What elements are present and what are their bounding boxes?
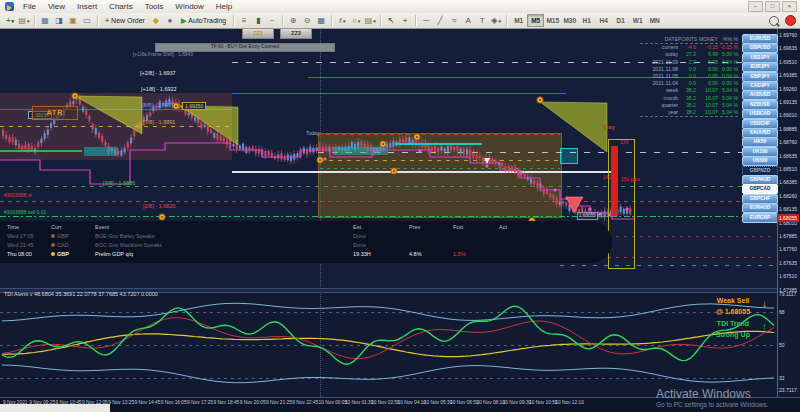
menu-insert[interactable]: Insert [71,2,103,11]
terminal-icon[interactable]: ▭ [81,15,93,27]
menu-window[interactable]: Window [169,2,209,11]
text-icon[interactable]: T [476,15,488,27]
time-axis-label: 9 Nov 22:45 [292,400,318,405]
symbol-button-hk50[interactable]: HK50 [742,137,778,147]
zz3-button[interactable]: ZZ3 [280,28,312,39]
symbol-button-eurgbp[interactable]: EURGBP [742,213,778,223]
indicators-icon[interactable]: f▾ [336,15,348,27]
murrey-level-label: [8/8] - 1.6907 [142,102,174,108]
app-icon [5,2,14,11]
price-axis-label: 1.67635 [779,260,797,266]
symbol-button-eurjpy[interactable]: EURJPY [742,62,778,72]
current-price-tag: 1.68055 [777,214,799,222]
restore-icon[interactable]: □ [765,1,780,12]
line-chart-icon[interactable]: ~ [266,15,278,27]
toolbar-separator [331,15,332,26]
text-label-icon[interactable]: A [462,15,474,27]
price-axis-label: 1.69385 [779,72,797,78]
stats-row: 2021.11.092.90.080.04% [640,59,738,66]
toolbar-separator [282,15,283,26]
data-window-icon[interactable]: ◨ [53,15,65,27]
symbol-button-audusd[interactable]: AUDUSD [742,90,778,100]
tdi-indicator-canvas [0,291,777,397]
symbol-button-gbpusd[interactable]: GBPUSD [742,43,778,53]
time-axis-label: 9 Nov 18:45 [213,400,239,405]
day-label: Day [604,124,615,130]
candlestick-chart-icon[interactable]: ▮ [252,15,264,27]
shapes-icon[interactable]: ◈▾ [490,15,502,27]
price-axis-label: 1.68635 [779,153,797,159]
trend-arrow-icon: ↑ [762,321,767,332]
time-axis-label: 10 Nov 01:30 [345,400,374,405]
stop-loss-label[interactable]: #3003688 sl [4,192,31,198]
timeframe-button-d1[interactable]: D1 [612,14,629,27]
menu-charts[interactable]: Charts [103,2,139,11]
time-axis-label: 9 Nov 20:05 [240,400,266,405]
zoom-in-icon[interactable]: ⊕ [287,15,299,27]
zz2-button[interactable]: ZZ2 [242,28,274,39]
time-axis-label: 9 Nov 14:45 [135,400,161,405]
timeframe-button-h1[interactable]: H1 [578,14,595,27]
murrey-level-label: [2/8] - 1.6820 [143,203,175,209]
sell-arrow-icon: ↓ [762,298,767,309]
timeframe-button-m1[interactable]: M1 [510,14,527,27]
price-axis-label: 1.68510 [779,166,797,172]
timeframe-button-m30[interactable]: M30 [561,14,578,27]
taskbar-fragment [0,404,110,412]
autotrading-button[interactable]: ▶AutoTrading [178,15,229,27]
stats-row: 2021.11.050.00.000.00% [640,73,738,80]
toolbar-separator [415,15,416,26]
trendline-icon[interactable]: ╱ [434,15,446,27]
metaeditor-icon[interactable]: ◆ [150,15,162,27]
horizontal-line-icon[interactable]: ─ [420,15,432,27]
symbol-button-gbpcad[interactable]: GBPCAD [742,184,778,194]
navigator-icon[interactable]: ▣ [67,15,79,27]
time-axis-label: 10 Nov 09:30 [503,400,532,405]
symbol-button-usdcad[interactable]: USDCAD [742,109,778,119]
profiles-icon[interactable]: ▤▾ [18,15,30,27]
expert-advisors-icon[interactable]: ● [164,15,176,27]
sell-position-label[interactable]: #3003688 sell 0.01 [4,209,46,215]
activate-windows-subtext: Go to PC settings to activate Windows. [656,401,768,408]
time-axis-label: 10 Nov 05:30 [424,400,453,405]
new-order-button[interactable]: +New Order [102,15,148,27]
market-watch-icon[interactable]: ▦ [39,15,51,27]
cursor-icon[interactable]: ↖ [385,15,397,27]
tdi-axis-min-label: 23.7117 [779,387,797,393]
time-axis-label: 9 Nov 17:25 [187,400,213,405]
timeframe-button-m5[interactable]: M5 [527,14,544,27]
zoom-out-icon[interactable]: ⊖ [301,15,313,27]
news-currency-dot-icon [51,252,55,256]
atr-button[interactable]: ATR [32,106,78,120]
search-icon[interactable] [769,16,779,26]
templates-icon[interactable]: ▤▾ [364,15,376,27]
news-row: Wed 21:45CADBOC Gov Macklem SpeaksDone [7,242,578,248]
menu-view[interactable]: View [42,2,71,11]
symbol-button-us500[interactable]: US500 [742,156,778,166]
time-axis-label: 10 Nov 08:10 [476,400,505,405]
timeframe-button-m15[interactable]: M15 [544,14,561,27]
crosshair-icon[interactable]: + [399,15,411,27]
timeframe-button-h4[interactable]: H4 [595,14,612,27]
new-chart-icon[interactable]: +▾ [4,15,16,27]
symbol-button-euraud[interactable]: EURAUD [742,203,778,213]
menu-help[interactable]: Help [210,2,238,11]
notification-badge-icon[interactable] [785,15,796,26]
close-icon[interactable]: × [782,1,797,12]
minimize-icon[interactable]: – [748,1,763,12]
bar-chart-icon[interactable]: ≡ [238,15,250,27]
signal-price-tag: 1.68055 [577,212,598,220]
toolbar-separator [380,15,381,26]
frame-shift-label: [+1/8a Frame Shift] - 1.6943 [133,52,193,57]
time-axis-label: 9 Nov 16:05 [161,400,187,405]
window-controls: – □ × [748,1,800,12]
tile-windows-icon[interactable]: ▦ [315,15,327,27]
channel-icon[interactable]: ≈ [448,15,460,27]
trading-terminal-window: File View Insert Charts Tools Window Hel… [0,0,800,412]
menu-tools[interactable]: Tools [139,2,170,11]
news-row: Wed 17:05GBPBOE Gov Bailey SpeaksDone [7,233,578,239]
timeframe-button-w1[interactable]: W1 [629,14,646,27]
timeframe-button-mn[interactable]: MN [646,14,663,27]
menu-file[interactable]: File [17,2,42,11]
periods-icon[interactable]: ○▾ [350,15,362,27]
